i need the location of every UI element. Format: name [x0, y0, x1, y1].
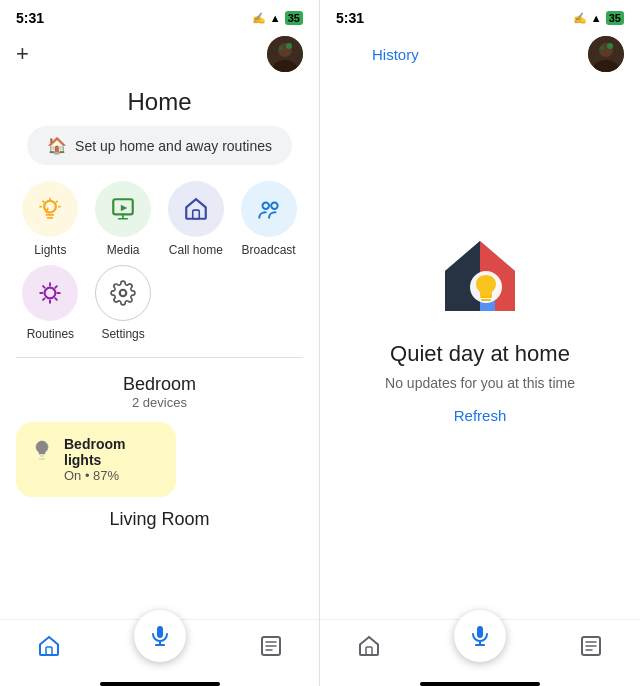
routines-icon: [22, 265, 78, 321]
left-status-bar: 5:31 ✍ ▲ 35: [0, 0, 319, 32]
right-nav-mic-container: [454, 630, 506, 662]
broadcast-label: Broadcast: [242, 243, 296, 257]
left-status-time: 5:31: [16, 10, 44, 26]
svg-point-11: [45, 288, 56, 299]
left-nav-feed[interactable]: [259, 634, 283, 658]
quiet-subtitle: No updates for you at this time: [385, 375, 575, 391]
right-status-bar: 5:31 ✍ ▲ 35: [320, 0, 640, 32]
lights-item[interactable]: Lights: [16, 181, 85, 257]
right-nav-home[interactable]: [357, 634, 381, 658]
left-mic-button[interactable]: [134, 610, 186, 662]
routines-item[interactable]: Routines: [16, 265, 85, 341]
routine-home-icon: 🏠: [47, 136, 67, 155]
settings-icon: [95, 265, 151, 321]
svg-point-5: [45, 201, 57, 213]
bedroom-lights-name: Bedroom lights: [64, 436, 162, 468]
bedroom-lights-card[interactable]: Bedroom lights On • 87%: [16, 422, 176, 497]
mic-icon: [148, 624, 172, 648]
call-home-item[interactable]: Call home: [162, 181, 231, 257]
call-home-icon: [168, 181, 224, 237]
right-status-icons: ✍ ▲ 35: [573, 11, 624, 25]
routine-button[interactable]: 🏠 Set up home and away routines: [27, 126, 292, 165]
right-status-time: 5:31: [336, 10, 364, 26]
battery-badge: 35: [285, 11, 303, 25]
living-room-section: Living Room: [0, 497, 319, 530]
icon-grid-row1: Lights Media Call home: [0, 181, 319, 257]
svg-rect-30: [477, 626, 483, 638]
right-home-indicator: [420, 682, 540, 686]
svg-point-12: [120, 290, 127, 297]
wifi-icon: ▲: [270, 12, 281, 24]
left-panel: 5:31 ✍ ▲ 35 + Home 🏠 Set up home and awa…: [0, 0, 320, 686]
signal-icon: ✍: [252, 12, 266, 25]
svg-rect-13: [46, 647, 52, 655]
call-home-label: Call home: [169, 243, 223, 257]
svg-point-10: [271, 203, 278, 210]
settings-item[interactable]: Settings: [89, 265, 158, 341]
bedroom-lights-text: Bedroom lights On • 87%: [64, 436, 162, 483]
svg-point-9: [262, 203, 269, 210]
divider: [16, 357, 303, 358]
left-nav-home[interactable]: [37, 634, 61, 658]
broadcast-item[interactable]: Broadcast: [234, 181, 303, 257]
svg-marker-7: [121, 205, 128, 212]
avatar[interactable]: [267, 36, 303, 72]
right-content: Quiet day at home No updates for you at …: [320, 36, 640, 619]
bedroom-section: Bedroom 2 devices Bedroom lights On • 87…: [0, 374, 319, 497]
bedroom-lights-status: On • 87%: [64, 468, 162, 483]
lights-icon: [22, 181, 78, 237]
right-mic-button[interactable]: [454, 610, 506, 662]
page-title: Home: [0, 76, 319, 126]
right-bottom-nav: [320, 619, 640, 678]
svg-rect-14: [157, 626, 163, 638]
add-button[interactable]: +: [16, 43, 29, 65]
routine-btn-label: Set up home and away routines: [75, 138, 272, 154]
right-signal-icon: ✍: [573, 12, 587, 25]
right-mic-icon: [468, 624, 492, 648]
bedroom-lights-icon: [30, 438, 54, 468]
right-nav-feed[interactable]: [579, 634, 603, 658]
svg-point-4: [286, 43, 292, 49]
bedroom-title: Bedroom: [16, 374, 303, 395]
google-home-logo: [430, 231, 530, 321]
lights-label: Lights: [34, 243, 66, 257]
svg-point-3: [279, 46, 283, 50]
quiet-title: Quiet day at home: [390, 341, 570, 367]
right-battery-badge: 35: [606, 11, 624, 25]
left-bottom-nav: [0, 619, 319, 678]
media-icon: [95, 181, 151, 237]
icon-grid-row2: Routines Settings: [0, 265, 319, 341]
svg-rect-29: [366, 647, 372, 655]
left-header: +: [0, 32, 319, 76]
media-label: Media: [107, 243, 140, 257]
left-home-indicator: [100, 682, 220, 686]
bedroom-devices: 2 devices: [16, 395, 303, 410]
left-status-icons: ✍ ▲ 35: [252, 11, 303, 25]
settings-label: Settings: [101, 327, 144, 341]
svg-rect-8: [193, 210, 200, 219]
broadcast-icon: [241, 181, 297, 237]
refresh-link[interactable]: Refresh: [454, 407, 507, 424]
right-panel: 5:31 ✍ ▲ 35 History: [320, 0, 640, 686]
svg-rect-28: [481, 299, 491, 301]
right-wifi-icon: ▲: [591, 12, 602, 24]
routines-label: Routines: [27, 327, 74, 341]
svg-rect-27: [480, 296, 492, 298]
living-room-title: Living Room: [16, 509, 303, 530]
left-nav-mic-container: [134, 630, 186, 662]
media-item[interactable]: Media: [89, 181, 158, 257]
